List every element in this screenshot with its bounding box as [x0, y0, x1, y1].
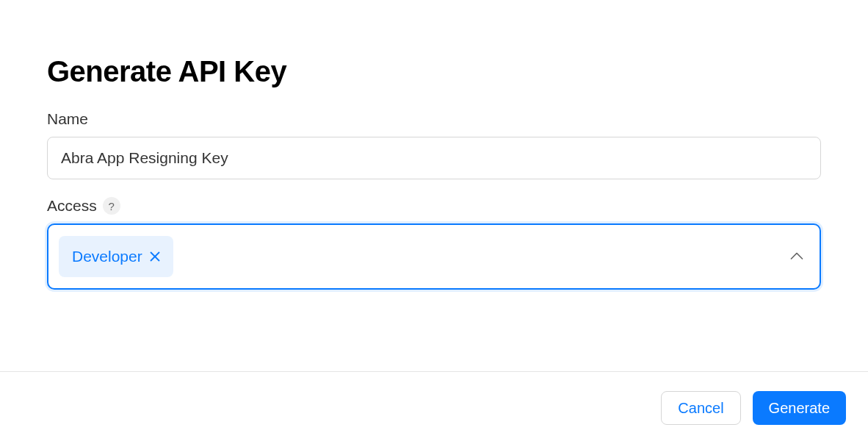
help-icon[interactable]: ?: [103, 197, 120, 215]
access-chip-label: Developer: [72, 248, 142, 265]
name-label: Name: [47, 110, 88, 128]
remove-chip-icon[interactable]: [150, 251, 160, 262]
access-field-group: Access ? Developer: [47, 197, 821, 290]
page-title: Generate API Key: [47, 55, 821, 88]
name-input[interactable]: [47, 137, 821, 179]
cancel-button[interactable]: Cancel: [661, 391, 740, 425]
access-label: Access: [47, 197, 97, 215]
chevron-up-icon[interactable]: [790, 253, 803, 261]
access-chip-developer: Developer: [59, 236, 173, 277]
name-field-group: Name: [47, 110, 821, 179]
access-multiselect[interactable]: Developer: [47, 223, 821, 290]
dialog-footer: Cancel Generate: [0, 371, 868, 444]
generate-button[interactable]: Generate: [753, 391, 846, 425]
